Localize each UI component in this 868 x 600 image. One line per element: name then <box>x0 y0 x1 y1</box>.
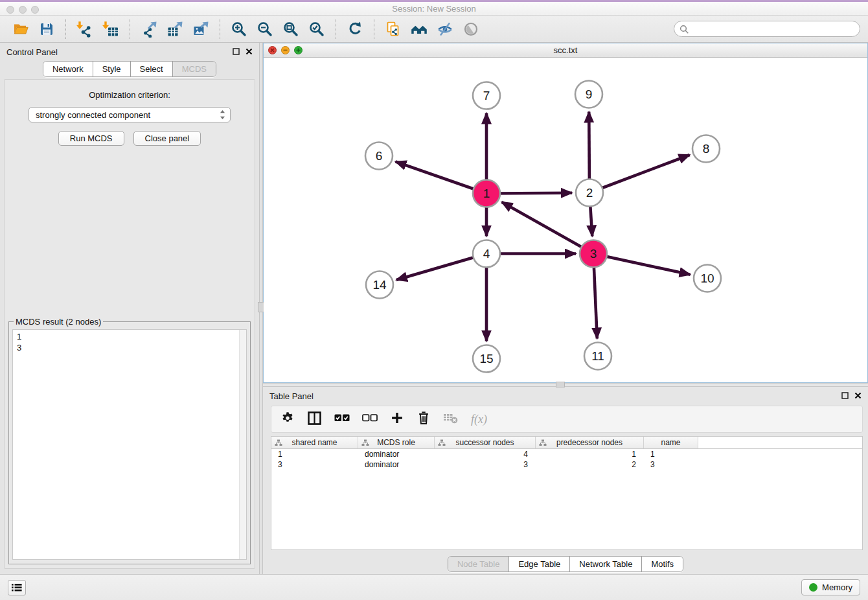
mcds-result-list[interactable]: 13 <box>12 329 247 560</box>
zoom-out-icon <box>257 21 273 38</box>
search-icon <box>680 25 689 37</box>
horizontal-splitter[interactable] <box>263 383 868 387</box>
memory-button[interactable]: Memory <box>801 579 860 595</box>
graph-edge-2-8[interactable] <box>589 155 690 193</box>
mcds-result-line: 1 <box>17 331 242 342</box>
table-tab-node-table[interactable]: Node Table <box>448 557 510 571</box>
function-builder-button[interactable]: f(x) <box>471 413 487 426</box>
control-tab-style[interactable]: Style <box>93 62 131 76</box>
graph-node-label: 4 <box>483 247 490 260</box>
zoom-fit-button[interactable] <box>278 17 304 41</box>
export-image-button[interactable] <box>188 17 214 41</box>
open-session-button[interactable] <box>8 17 34 41</box>
maximize-window-icon[interactable] <box>31 6 39 14</box>
refresh-layout-button[interactable] <box>342 17 368 41</box>
eye-slash-icon <box>437 21 453 38</box>
first-neighbors-button[interactable] <box>406 17 432 41</box>
add-column-button[interactable] <box>390 411 404 428</box>
window-title: Session: New Session <box>392 4 475 14</box>
task-history-button[interactable] <box>8 580 26 595</box>
delete-column-button[interactable] <box>417 410 431 428</box>
float-table-panel-icon[interactable] <box>841 391 849 401</box>
graph-edge-1-6[interactable] <box>396 161 487 193</box>
zoom-in-icon <box>231 21 247 38</box>
control-tab-select[interactable]: Select <box>131 62 173 76</box>
toolbar-separator <box>65 19 66 39</box>
graph-node-label: 11 <box>591 349 604 363</box>
graph-node-label: 6 <box>376 149 383 163</box>
toolbar-separator <box>374 19 374 39</box>
graph-node-label: 10 <box>700 271 714 285</box>
network-window-titlebar[interactable]: scc.txt <box>264 43 867 58</box>
show-hide-panel-button[interactable] <box>458 17 484 41</box>
hierarchy-icon <box>438 439 446 446</box>
delete-table-icon <box>443 411 459 425</box>
mcds-result-line: 3 <box>17 342 242 353</box>
columns-icon <box>307 411 322 426</box>
column-header-successor-nodes[interactable]: successor nodes <box>435 437 536 448</box>
optimization-criterion-label: Optimization criterion: <box>89 90 170 100</box>
minimize-window-icon[interactable] <box>19 6 27 14</box>
mcds-result-fieldset: MCDS result (2 nodes) 13 <box>8 317 251 564</box>
table-tab-network-table[interactable]: Network Table <box>570 557 642 571</box>
import-table-icon <box>102 21 119 38</box>
column-header-predecessor-nodes[interactable]: predecessor nodes <box>536 437 644 448</box>
import-network-button[interactable] <box>72 17 98 41</box>
table-row[interactable]: 3dominator323 <box>271 459 862 470</box>
memory-status-icon <box>809 583 817 592</box>
table-tab-edge-table[interactable]: Edge Table <box>509 557 570 571</box>
table-tab-motifs[interactable]: Motifs <box>642 557 683 571</box>
graph-edge-3-1[interactable] <box>502 202 594 254</box>
graph-node-label: 14 <box>372 278 387 292</box>
close-panel-icon[interactable] <box>246 47 253 57</box>
control-tab-network[interactable]: Network <box>43 62 93 76</box>
zoom-fit-icon <box>282 21 299 38</box>
show-hide-style-button[interactable] <box>432 17 458 41</box>
table-tabs: Node TableEdge TableNetwork TableMotifs <box>263 550 868 581</box>
table-cell: dominator <box>358 460 435 469</box>
close-table-panel-icon[interactable] <box>854 391 862 401</box>
network-canvas[interactable]: 7968124314101511 <box>264 58 867 382</box>
network-graph[interactable]: 7968124314101511 <box>264 58 867 382</box>
graph-edge-3-10[interactable] <box>593 254 691 275</box>
column-header-label: successor nodes <box>455 438 514 447</box>
export-table-button[interactable] <box>162 17 188 41</box>
select-all-button[interactable] <box>334 413 350 425</box>
zoom-in-button[interactable] <box>226 17 252 41</box>
column-header-label: predecessor nodes <box>556 438 622 447</box>
network-minimize-icon[interactable] <box>281 46 290 54</box>
result-scrollbar[interactable] <box>239 330 246 559</box>
zoom-out-button[interactable] <box>252 17 278 41</box>
horizontal-splitter-handle[interactable] <box>556 382 565 387</box>
search-input[interactable] <box>674 21 860 37</box>
table-settings-button[interactable] <box>280 411 295 428</box>
right-column: scc.txt 7968124314101511 Table Panel <box>263 43 868 574</box>
run-mcds-button[interactable]: Run MCDS <box>58 131 124 146</box>
save-session-button[interactable] <box>34 17 60 41</box>
export-network-button[interactable] <box>136 17 162 41</box>
optimization-criterion-select[interactable]: strongly connected component <box>29 107 231 122</box>
network-maximize-icon[interactable] <box>294 46 303 54</box>
close-panel-button[interactable]: Close panel <box>133 131 201 146</box>
zoom-selected-button[interactable] <box>304 17 330 41</box>
network-close-icon[interactable] <box>268 46 277 54</box>
clone-network-icon <box>385 21 402 38</box>
float-panel-icon[interactable] <box>233 47 240 57</box>
table-panel-header: Table Panel <box>263 387 868 405</box>
column-header-name[interactable]: name <box>644 437 698 448</box>
close-window-icon[interactable] <box>6 6 14 14</box>
deselect-all-button[interactable] <box>362 413 378 425</box>
column-header-mcds-role[interactable]: MCDS role <box>358 437 435 448</box>
vertical-splitter[interactable] <box>259 43 263 574</box>
delete-table-button[interactable] <box>443 411 459 428</box>
column-header-shared-name[interactable]: shared name <box>271 437 358 448</box>
import-table-button[interactable] <box>98 17 124 41</box>
control-tab-mcds[interactable]: MCDS <box>173 62 216 76</box>
optimization-criterion-value: strongly connected component <box>36 110 150 120</box>
table-panel: Table Panel <box>263 387 868 574</box>
export-table-icon <box>166 21 183 38</box>
table-row[interactable]: 1dominator411 <box>271 449 862 459</box>
clone-network-button[interactable] <box>380 17 406 41</box>
toolbar-separator <box>220 19 220 39</box>
column-layout-button[interactable] <box>307 411 322 428</box>
